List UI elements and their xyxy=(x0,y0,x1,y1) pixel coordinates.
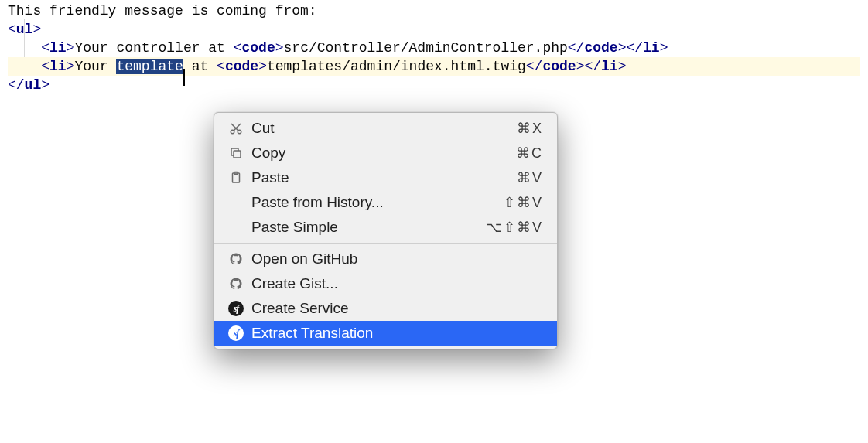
context-menu: Cut⌘XCopy⌘CPaste⌘VPaste from History...⇧… xyxy=(214,112,558,349)
paste-icon xyxy=(225,170,247,186)
menu-item-label: Paste xyxy=(247,169,517,186)
menu-item-create-service[interactable]: Create Service xyxy=(214,296,557,321)
menu-item-label: Create Service xyxy=(247,300,543,317)
menu-item-cut[interactable]: Cut⌘X xyxy=(214,116,557,141)
menu-item-shortcut: ⌘V xyxy=(517,169,543,186)
menu-separator xyxy=(214,243,557,244)
menu-item-label: Cut xyxy=(247,120,517,137)
menu-item-label: Copy xyxy=(247,145,516,162)
menu-item-copy[interactable]: Copy⌘C xyxy=(214,141,557,165)
cut-icon xyxy=(225,121,247,136)
code-line: <li>Your controller at <code>src/Control… xyxy=(8,39,860,57)
symfony-icon xyxy=(228,325,244,341)
menu-item-shortcut: ⌘X xyxy=(517,120,543,137)
paste-icon xyxy=(228,170,244,186)
menu-item-shortcut: ⌘C xyxy=(516,145,543,162)
svg-point-1 xyxy=(238,130,241,134)
menu-item-label: Create Gist... xyxy=(247,275,543,292)
cut-icon xyxy=(228,121,244,136)
svg-point-0 xyxy=(231,130,234,134)
gh-icon xyxy=(228,251,244,267)
menu-item-label: Paste from History... xyxy=(247,194,504,211)
code-line: <ul> xyxy=(8,20,860,39)
menu-item-open-on-github[interactable]: Open on GitHub xyxy=(214,247,557,271)
menu-item-paste[interactable]: Paste⌘V xyxy=(214,165,557,190)
menu-item-extract-translation[interactable]: Extract Translation xyxy=(214,321,557,346)
sf-icon xyxy=(225,301,247,316)
menu-item-label: Paste Simple xyxy=(247,219,486,236)
menu-item-shortcut: ⌥⇧⌘V xyxy=(486,219,543,236)
gh-icon xyxy=(228,276,244,291)
menu-item-paste-simple[interactable]: Paste Simple⌥⇧⌘V xyxy=(214,215,557,240)
copy-icon xyxy=(228,145,244,161)
symfony-icon xyxy=(228,301,244,316)
code-line-active: <li>Your template at <code>templates/adm… xyxy=(8,57,860,76)
menu-item-create-gist[interactable]: Create Gist... xyxy=(214,271,557,296)
code-line: This friendly message is coming from: xyxy=(8,2,860,20)
selected-text[interactable]: template xyxy=(116,59,183,74)
gh-icon xyxy=(225,251,247,267)
svg-rect-2 xyxy=(234,151,241,158)
gh-icon xyxy=(225,276,247,291)
menu-item-label: Extract Translation xyxy=(247,325,543,342)
code-editor[interactable]: This friendly message is coming from: <u… xyxy=(0,0,868,96)
menu-item-label: Open on GitHub xyxy=(247,250,543,268)
menu-item-shortcut: ⇧⌘V xyxy=(504,194,543,211)
code-line: </ul> xyxy=(8,76,860,94)
sf-icon xyxy=(225,325,247,341)
copy-icon xyxy=(225,145,247,161)
code-text: This friendly message is coming from: xyxy=(8,3,317,19)
menu-item-paste-from-history[interactable]: Paste from History...⇧⌘V xyxy=(214,190,557,215)
